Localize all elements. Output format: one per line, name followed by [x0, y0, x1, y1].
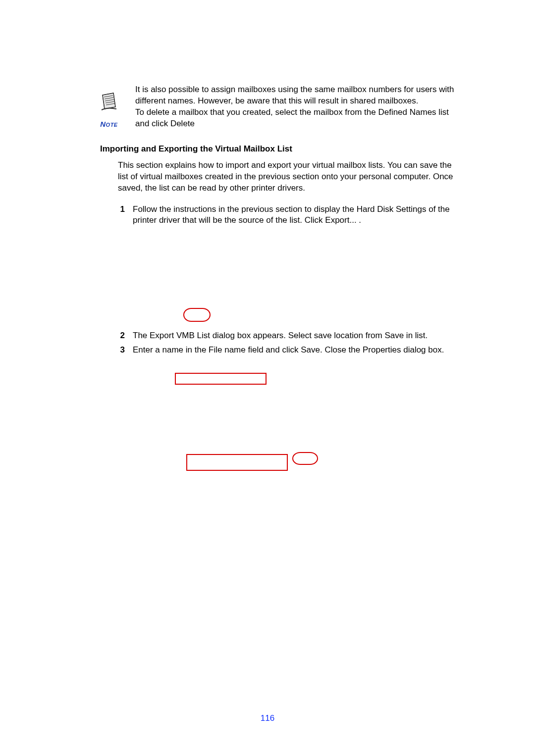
figure-2-placeholder — [118, 365, 461, 494]
note-paragraph-2: To delete a mailbox that you created, se… — [135, 107, 461, 130]
highlight-oval-save — [292, 452, 318, 465]
note-block: Note It is also possible to assign mailb… — [97, 84, 461, 130]
page-number: 116 — [0, 713, 535, 724]
figure-1-placeholder — [118, 231, 461, 325]
step-number: 1 — [118, 204, 127, 215]
step-number: 2 — [118, 330, 127, 342]
section-heading: Importing and Exporting the Virtual Mail… — [100, 144, 461, 155]
step-text: The Export VMB List dialog box appears. … — [133, 330, 461, 342]
note-icon-column: Note — [97, 84, 121, 129]
note-paragraph-1: It is also possible to assign mailboxes … — [135, 84, 461, 107]
note-text: It is also possible to assign mailboxes … — [135, 84, 461, 130]
step-text: Enter a name in the File name field and … — [133, 345, 461, 356]
step-number: 3 — [118, 345, 127, 356]
note-icon — [99, 92, 119, 116]
step-2: 2 The Export VMB List dialog box appears… — [118, 330, 461, 342]
intro-paragraph: This section explains how to import and … — [118, 160, 461, 194]
step-1: 1 Follow the instructions in the previou… — [118, 204, 461, 227]
highlight-rect-save-in — [175, 373, 267, 385]
step-3: 3 Enter a name in the File name field an… — [118, 345, 461, 356]
highlight-rect-file-name — [186, 454, 288, 471]
highlight-oval-export — [183, 308, 211, 322]
step-text: Follow the instructions in the previous … — [133, 204, 461, 227]
document-page: Note It is also possible to assign mailb… — [0, 0, 535, 756]
note-label: Note — [100, 119, 117, 129]
